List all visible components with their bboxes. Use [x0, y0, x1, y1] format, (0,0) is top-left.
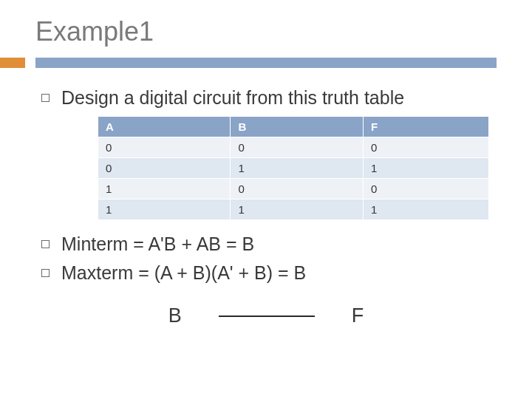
cell: 1 [231, 200, 363, 220]
cell: 0 [98, 137, 231, 158]
wire-icon [219, 316, 315, 317]
content-area: Design a digital circuit from this truth… [0, 68, 532, 327]
bullet-maxterm-text: Maxterm = (A + B)(A' + B) = B [61, 262, 306, 284]
table-header-row: A B F [98, 117, 489, 137]
square-bullet-icon [41, 240, 50, 248]
accent-gap [25, 58, 35, 68]
bullet-minterm: Minterm = A'B + AB = B [41, 233, 491, 255]
bullet-design: Design a digital circuit from this truth… [41, 87, 491, 109]
cell: 0 [231, 137, 363, 158]
horizontal-rule [35, 58, 497, 68]
square-bullet-icon [41, 269, 50, 277]
table-row: 1 1 1 [98, 200, 489, 220]
bullet-minterm-text: Minterm = A'B + AB = B [61, 233, 254, 255]
square-bullet-icon [41, 94, 50, 102]
accent-bar [0, 58, 25, 68]
cell: 1 [363, 200, 488, 220]
cell: 0 [98, 158, 231, 179]
title-underline [0, 58, 497, 68]
cell: 0 [363, 137, 488, 158]
cell: 0 [231, 179, 363, 200]
bullet-design-text: Design a digital circuit from this truth… [61, 87, 404, 109]
bullet-maxterm: Maxterm = (A + B)(A' + B) = B [41, 262, 491, 284]
truth-table: A B F 0 0 0 0 1 1 1 0 0 1 1 [98, 116, 489, 220]
cell: 1 [98, 200, 231, 220]
circuit-diagram: B F [41, 304, 491, 327]
col-header-a: A [98, 117, 231, 137]
cell: 1 [231, 158, 363, 179]
table-row: 0 1 1 [98, 158, 489, 179]
table-row: 0 0 0 [98, 137, 489, 158]
col-header-b: B [231, 117, 363, 137]
table-row: 1 0 0 [98, 179, 489, 200]
circuit-input-label: B [168, 304, 182, 327]
cell: 0 [363, 179, 488, 200]
cell: 1 [363, 158, 488, 179]
slide-title: Example1 [0, 0, 532, 58]
circuit-output-label: F [352, 304, 364, 327]
col-header-f: F [363, 117, 488, 137]
cell: 1 [98, 179, 231, 200]
